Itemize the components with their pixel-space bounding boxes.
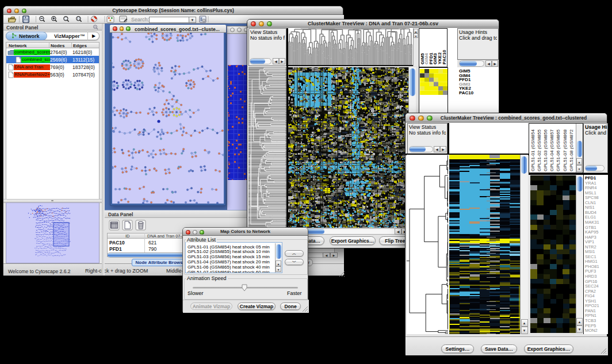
svg-text:1:1: 1:1 bbox=[76, 17, 81, 20]
